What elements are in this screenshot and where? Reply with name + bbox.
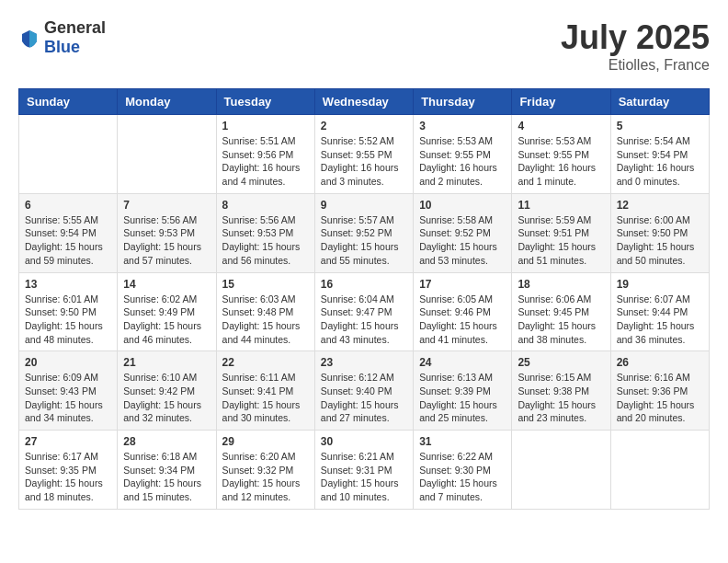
weekday-header-saturday: Saturday: [610, 89, 709, 115]
day-number: 13: [25, 278, 111, 291]
day-info: Sunrise: 6:16 AM Sunset: 9:36 PM Dayligh…: [617, 371, 703, 425]
day-number: 24: [419, 356, 506, 369]
day-info: Sunrise: 5:51 AM Sunset: 9:56 PM Dayligh…: [222, 134, 309, 189]
calendar-cell: 9Sunrise: 5:57 AM Sunset: 9:52 PM Daylig…: [314, 193, 413, 272]
day-number: 10: [419, 199, 506, 212]
day-number: 12: [617, 199, 703, 212]
day-info: Sunrise: 5:58 AM Sunset: 9:52 PM Dayligh…: [419, 213, 506, 268]
day-info: Sunrise: 6:12 AM Sunset: 9:40 PM Dayligh…: [321, 371, 407, 425]
logo-text: General Blue: [44, 18, 106, 57]
calendar-cell: 31Sunrise: 6:22 AM Sunset: 9:30 PM Dayli…: [414, 431, 512, 510]
calendar-cell: 19Sunrise: 6:07 AM Sunset: 9:44 PM Dayli…: [610, 272, 709, 351]
weekday-header-tuesday: Tuesday: [216, 89, 314, 115]
day-info: Sunrise: 6:04 AM Sunset: 9:47 PM Dayligh…: [321, 293, 407, 347]
day-info: Sunrise: 6:07 AM Sunset: 9:44 PM Dayligh…: [617, 293, 703, 347]
logo: General Blue: [18, 18, 106, 57]
location-title: Etiolles, France: [561, 57, 710, 74]
calendar-cell: 17Sunrise: 6:05 AM Sunset: 9:46 PM Dayli…: [414, 272, 512, 351]
calendar-cell: [610, 431, 709, 510]
weekday-header-wednesday: Wednesday: [314, 89, 413, 115]
day-info: Sunrise: 6:21 AM Sunset: 9:31 PM Dayligh…: [321, 450, 407, 504]
month-title: July 2025: [561, 18, 710, 57]
calendar-cell: 13Sunrise: 6:01 AM Sunset: 9:50 PM Dayli…: [19, 272, 118, 351]
day-info: Sunrise: 6:02 AM Sunset: 9:49 PM Dayligh…: [123, 293, 210, 347]
calendar-cell: 21Sunrise: 6:10 AM Sunset: 9:42 PM Dayli…: [118, 351, 216, 431]
day-number: 21: [123, 356, 210, 369]
day-info: Sunrise: 5:53 AM Sunset: 9:55 PM Dayligh…: [419, 134, 506, 189]
calendar-cell: 2Sunrise: 5:52 AM Sunset: 9:55 PM Daylig…: [314, 115, 413, 194]
day-number: 5: [617, 120, 703, 132]
day-info: Sunrise: 6:05 AM Sunset: 9:46 PM Dayligh…: [419, 293, 506, 347]
calendar-table: SundayMondayTuesdayWednesdayThursdayFrid…: [18, 88, 710, 510]
day-info: Sunrise: 5:52 AM Sunset: 9:55 PM Dayligh…: [321, 134, 407, 189]
calendar-cell: 28Sunrise: 6:18 AM Sunset: 9:34 PM Dayli…: [118, 431, 216, 510]
day-info: Sunrise: 6:18 AM Sunset: 9:34 PM Dayligh…: [123, 450, 210, 504]
calendar-cell: 4Sunrise: 5:53 AM Sunset: 9:55 PM Daylig…: [512, 115, 610, 194]
calendar-cell: 15Sunrise: 6:03 AM Sunset: 9:48 PM Dayli…: [216, 272, 314, 351]
calendar-cell: 24Sunrise: 6:13 AM Sunset: 9:39 PM Dayli…: [414, 351, 512, 431]
calendar-cell: 10Sunrise: 5:58 AM Sunset: 9:52 PM Dayli…: [414, 193, 512, 272]
day-info: Sunrise: 5:57 AM Sunset: 9:52 PM Dayligh…: [321, 213, 407, 268]
logo-general: General: [44, 18, 106, 37]
day-info: Sunrise: 6:01 AM Sunset: 9:50 PM Dayligh…: [25, 293, 111, 347]
day-number: 15: [222, 278, 309, 291]
day-info: Sunrise: 5:54 AM Sunset: 9:54 PM Dayligh…: [617, 134, 703, 189]
calendar-cell: 7Sunrise: 5:56 AM Sunset: 9:53 PM Daylig…: [118, 193, 216, 272]
day-number: 22: [222, 356, 309, 369]
calendar-cell: 30Sunrise: 6:21 AM Sunset: 9:31 PM Dayli…: [314, 431, 413, 510]
day-number: 17: [419, 278, 506, 291]
calendar-cell: 3Sunrise: 5:53 AM Sunset: 9:55 PM Daylig…: [414, 115, 512, 194]
day-number: 18: [518, 278, 604, 291]
day-number: 29: [222, 435, 309, 448]
calendar-cell: 25Sunrise: 6:15 AM Sunset: 9:38 PM Dayli…: [512, 351, 610, 431]
calendar-week-3: 13Sunrise: 6:01 AM Sunset: 9:50 PM Dayli…: [19, 272, 710, 351]
calendar-cell: 22Sunrise: 6:11 AM Sunset: 9:41 PM Dayli…: [216, 351, 314, 431]
day-number: 6: [25, 199, 111, 212]
calendar-cell: [118, 115, 216, 194]
day-info: Sunrise: 6:09 AM Sunset: 9:43 PM Dayligh…: [25, 371, 111, 425]
day-info: Sunrise: 6:13 AM Sunset: 9:39 PM Dayligh…: [419, 371, 506, 425]
day-number: 31: [419, 435, 506, 448]
day-info: Sunrise: 5:53 AM Sunset: 9:55 PM Dayligh…: [518, 134, 604, 189]
calendar-cell: 27Sunrise: 6:17 AM Sunset: 9:35 PM Dayli…: [19, 431, 118, 510]
day-info: Sunrise: 6:06 AM Sunset: 9:45 PM Dayligh…: [518, 293, 604, 347]
weekday-header-friday: Friday: [512, 89, 610, 115]
day-number: 30: [321, 435, 407, 448]
day-number: 8: [222, 199, 309, 212]
calendar-cell: 6Sunrise: 5:55 AM Sunset: 9:54 PM Daylig…: [19, 193, 118, 272]
weekday-header-thursday: Thursday: [414, 89, 512, 115]
day-number: 28: [123, 435, 210, 448]
calendar-cell: 11Sunrise: 5:59 AM Sunset: 9:51 PM Dayli…: [512, 193, 610, 272]
calendar-cell: 5Sunrise: 5:54 AM Sunset: 9:54 PM Daylig…: [610, 115, 709, 194]
logo-icon: [18, 27, 40, 49]
day-info: Sunrise: 6:03 AM Sunset: 9:48 PM Dayligh…: [222, 293, 309, 347]
day-info: Sunrise: 6:22 AM Sunset: 9:30 PM Dayligh…: [419, 450, 506, 504]
day-number: 20: [25, 356, 111, 369]
day-info: Sunrise: 5:59 AM Sunset: 9:51 PM Dayligh…: [518, 213, 604, 268]
day-number: 2: [321, 120, 407, 132]
day-number: 4: [518, 120, 604, 132]
day-number: 9: [321, 199, 407, 212]
day-number: 26: [617, 356, 703, 369]
calendar-cell: 1Sunrise: 5:51 AM Sunset: 9:56 PM Daylig…: [216, 115, 314, 194]
calendar-cell: 16Sunrise: 6:04 AM Sunset: 9:47 PM Dayli…: [314, 272, 413, 351]
calendar-cell: 18Sunrise: 6:06 AM Sunset: 9:45 PM Dayli…: [512, 272, 610, 351]
calendar-cell: 8Sunrise: 5:56 AM Sunset: 9:53 PM Daylig…: [216, 193, 314, 272]
day-info: Sunrise: 5:56 AM Sunset: 9:53 PM Dayligh…: [222, 213, 309, 268]
weekday-header-sunday: Sunday: [19, 89, 118, 115]
day-number: 3: [419, 120, 506, 132]
title-block: July 2025 Etiolles, France: [561, 18, 710, 74]
day-info: Sunrise: 6:00 AM Sunset: 9:50 PM Dayligh…: [617, 213, 703, 268]
calendar-cell: 26Sunrise: 6:16 AM Sunset: 9:36 PM Dayli…: [610, 351, 709, 431]
calendar-week-2: 6Sunrise: 5:55 AM Sunset: 9:54 PM Daylig…: [19, 193, 710, 272]
day-number: 25: [518, 356, 604, 369]
day-number: 16: [321, 278, 407, 291]
day-info: Sunrise: 6:17 AM Sunset: 9:35 PM Dayligh…: [25, 450, 111, 504]
calendar-week-1: 1Sunrise: 5:51 AM Sunset: 9:56 PM Daylig…: [19, 115, 710, 194]
day-info: Sunrise: 5:56 AM Sunset: 9:53 PM Dayligh…: [123, 213, 210, 268]
calendar-body: 1Sunrise: 5:51 AM Sunset: 9:56 PM Daylig…: [19, 115, 710, 510]
day-number: 11: [518, 199, 604, 212]
calendar-week-5: 27Sunrise: 6:17 AM Sunset: 9:35 PM Dayli…: [19, 431, 710, 510]
day-number: 7: [123, 199, 210, 212]
weekday-header-row: SundayMondayTuesdayWednesdayThursdayFrid…: [19, 89, 710, 115]
